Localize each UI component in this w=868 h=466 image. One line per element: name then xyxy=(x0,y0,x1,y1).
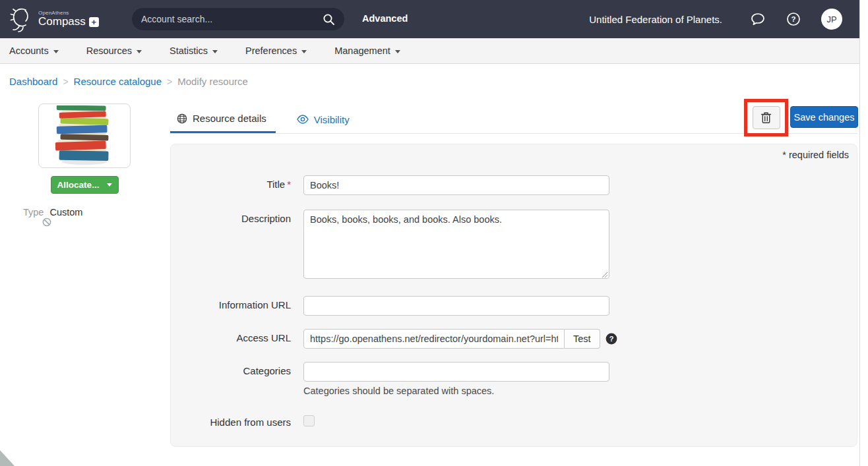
description-textarea[interactable]: Books, books, books, and books. Also boo… xyxy=(303,210,609,279)
access-url-label: Access URL xyxy=(171,329,291,349)
categories-label: Categories xyxy=(171,362,291,396)
federation-name: Untitled Federation of Planets. xyxy=(589,14,722,25)
information-url-input[interactable] xyxy=(303,296,609,316)
breadcrumb-dashboard[interactable]: Dashboard xyxy=(9,76,57,87)
nav-item-preferences[interactable]: Preferences xyxy=(245,45,307,56)
chevron-down-icon xyxy=(53,50,59,53)
scrollbar-gutter[interactable] xyxy=(859,0,868,466)
description-label: Description xyxy=(171,210,291,281)
breadcrumb: Dashboard > Resource catalogue > Modify … xyxy=(9,76,248,87)
svg-text:?: ? xyxy=(791,15,795,23)
search-icon[interactable] xyxy=(323,13,335,26)
trash-icon xyxy=(760,111,772,124)
chevron-down-icon xyxy=(212,50,218,53)
description-row: Description Books, books, books, and boo… xyxy=(171,210,857,281)
top-bar-right: Untitled Federation of Planets. ? JP xyxy=(589,0,842,38)
nav-item-management[interactable]: Management xyxy=(334,45,400,56)
test-url-button[interactable]: Test xyxy=(565,329,600,349)
question-circle-icon[interactable]: ? xyxy=(605,333,617,345)
main-nav: Accounts Resources Statistics Preference… xyxy=(0,38,859,64)
nav-item-accounts[interactable]: Accounts xyxy=(9,45,59,56)
type-label: Type xyxy=(23,207,44,218)
hidden-from-users-checkbox[interactable] xyxy=(303,415,315,426)
resource-type-row: Type Custom xyxy=(23,207,82,218)
access-url-row: Access URL Test ? xyxy=(171,329,857,349)
brand[interactable]: OpenAthens Compass + xyxy=(8,5,99,33)
nav-item-resources[interactable]: Resources xyxy=(86,45,142,56)
access-url-input[interactable] xyxy=(303,329,565,349)
account-search xyxy=(132,8,344,30)
brand-name-main: Compass xyxy=(38,16,86,28)
chevron-down-icon xyxy=(107,183,112,187)
tab-resource-details[interactable]: Resource details xyxy=(170,105,276,133)
information-url-label: Information URL xyxy=(171,296,291,316)
type-value: Custom xyxy=(49,207,82,218)
chevron-down-icon xyxy=(301,50,307,53)
breadcrumb-current-page: Modify resource xyxy=(177,76,248,87)
top-bar: OpenAthens Compass + Advanced Untitled F… xyxy=(0,0,859,38)
brand-text: OpenAthens Compass + xyxy=(38,11,99,28)
help-icon[interactable]: ? xyxy=(786,11,801,27)
breadcrumb-separator: > xyxy=(167,76,172,87)
chevron-down-icon xyxy=(395,50,400,53)
title-label: Title* xyxy=(171,175,291,195)
title-row: Title* xyxy=(171,175,857,195)
required-asterisk: * xyxy=(287,179,291,190)
books-stack-image xyxy=(46,105,123,166)
breadcrumb-separator: > xyxy=(63,76,68,87)
categories-hint: Categories should be separated with spac… xyxy=(303,386,609,396)
tab-visibility[interactable]: Visibility xyxy=(290,105,359,133)
chat-icon[interactable] xyxy=(750,11,766,27)
openathens-logo-icon xyxy=(8,5,34,33)
corner-artifact xyxy=(0,450,15,466)
ban-icon xyxy=(42,218,51,229)
allocate-button[interactable]: Allocate... xyxy=(51,176,119,194)
information-url-row: Information URL xyxy=(171,296,857,316)
required-fields-note: * required fields xyxy=(782,150,849,160)
title-input[interactable] xyxy=(303,175,609,195)
categories-row: Categories Categories should be separate… xyxy=(171,362,857,396)
hidden-from-users-row: Hidden from users xyxy=(171,413,857,429)
compass-plus-badge-icon: + xyxy=(89,17,99,27)
user-avatar[interactable]: JP xyxy=(821,9,842,30)
resource-form: Title* Description Books, books, books, … xyxy=(171,175,857,444)
breadcrumb-resource-catalogue[interactable]: Resource catalogue xyxy=(74,76,162,87)
hidden-from-users-label: Hidden from users xyxy=(171,413,291,429)
chevron-down-icon xyxy=(137,50,142,53)
save-changes-button[interactable]: Save changes xyxy=(790,106,858,128)
resource-image-card xyxy=(38,103,131,168)
account-search-input[interactable] xyxy=(141,14,323,24)
advanced-search-link[interactable]: Advanced xyxy=(362,13,408,24)
svg-text:?: ? xyxy=(609,335,613,343)
nav-item-statistics[interactable]: Statistics xyxy=(170,45,218,56)
eye-icon xyxy=(297,115,309,124)
resource-details-panel: * required fields Title* Description Boo… xyxy=(170,144,857,447)
page: OpenAthens Compass + Advanced Untitled F… xyxy=(0,0,868,466)
globe-icon xyxy=(177,113,187,124)
categories-input[interactable] xyxy=(303,362,609,382)
delete-resource-button[interactable] xyxy=(753,106,780,129)
